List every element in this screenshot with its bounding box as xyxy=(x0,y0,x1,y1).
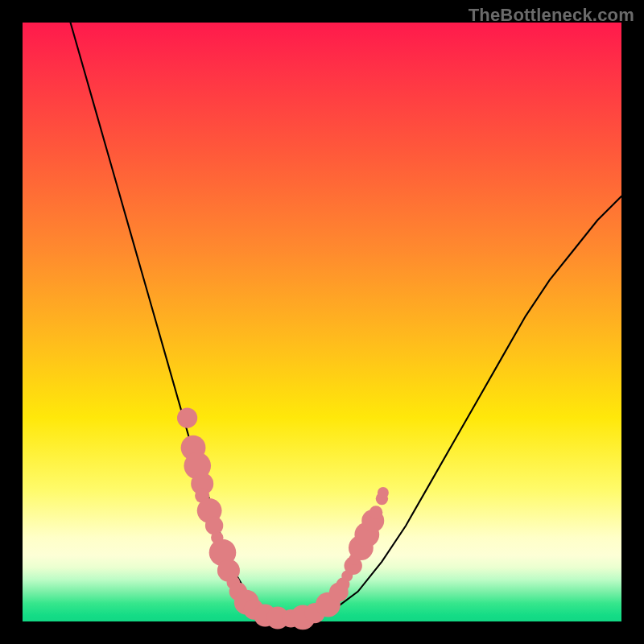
plot-area xyxy=(23,23,621,621)
curve-marker xyxy=(177,407,197,427)
curve-marker xyxy=(378,487,389,498)
curve-marker xyxy=(205,517,223,535)
outer-frame: TheBottleneck.com xyxy=(0,0,644,644)
bottleneck-curve xyxy=(71,23,621,618)
curve-marker xyxy=(369,506,383,519)
curve-markers xyxy=(177,407,389,630)
chart-svg xyxy=(23,23,621,621)
